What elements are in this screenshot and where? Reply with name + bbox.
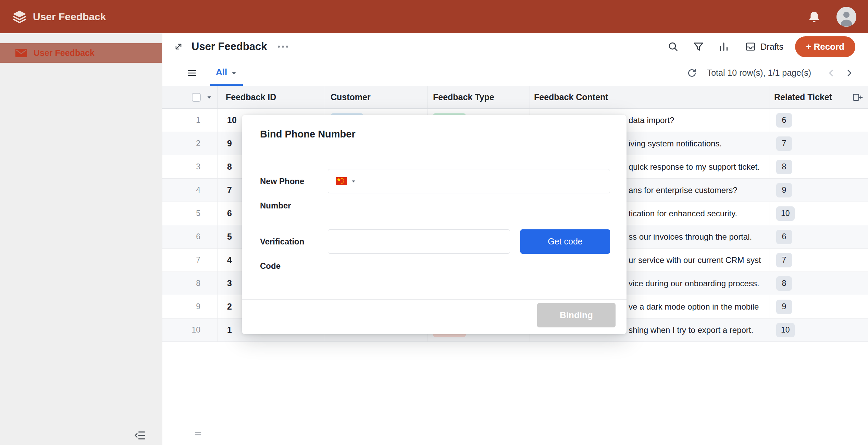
get-code-button[interactable]: Get code <box>520 229 610 254</box>
phone-input[interactable]: ★ ★★ ★★ <box>328 169 610 193</box>
row-count-summary: Total 10 row(s), 1/1 page(s) <box>707 68 811 78</box>
cell-related-ticket[interactable]: 6 <box>769 225 868 248</box>
china-flag-icon: ★ ★★ ★★ <box>336 177 347 185</box>
cell-related-ticket[interactable]: 8 <box>769 155 868 178</box>
app-logo-icon <box>12 9 27 25</box>
chevron-left-icon[interactable] <box>826 68 836 78</box>
verification-code-input[interactable] <box>328 229 510 254</box>
filter-icon[interactable] <box>693 41 704 52</box>
add-field-icon[interactable] <box>852 92 863 103</box>
related-ticket-chip: 8 <box>776 276 792 291</box>
cell-related-ticket[interactable]: 7 <box>769 132 868 155</box>
views-list-icon[interactable] <box>186 68 197 79</box>
related-ticket-chip: 7 <box>776 136 792 151</box>
app-title: User Feedback <box>33 11 106 23</box>
modal-title: Bind Phone Number <box>260 129 356 140</box>
cell-related-ticket[interactable]: 6 <box>769 109 868 132</box>
related-ticket-chip: 9 <box>776 183 792 197</box>
sidebar-item-user-feedback[interactable]: User Feedback <box>0 43 162 63</box>
column-header-feedback-content[interactable]: Feedback Content <box>530 86 769 108</box>
collapse-sidebar-icon[interactable] <box>134 430 146 441</box>
drafts-button[interactable]: Drafts <box>745 41 783 52</box>
row-number[interactable]: 3 <box>162 155 218 178</box>
new-phone-label: New Phone Number <box>260 169 327 218</box>
select-all-header <box>162 86 218 108</box>
row-number[interactable]: 4 <box>162 179 218 202</box>
view-bar: All Total 10 row(s), 1/1 page(s) <box>162 60 868 86</box>
chevron-right-icon[interactable] <box>844 68 854 78</box>
row-number[interactable]: 2 <box>162 132 218 155</box>
row-number[interactable]: 7 <box>162 249 218 272</box>
row-number[interactable]: 9 <box>162 295 218 318</box>
bind-phone-modal: Bind Phone Number New Phone Number ★ ★★ … <box>242 115 627 334</box>
country-selector[interactable]: ★ ★★ ★★ <box>336 177 356 185</box>
user-avatar[interactable] <box>836 7 856 27</box>
chevron-down-icon[interactable] <box>206 94 212 100</box>
table-header: Feedback ID Customer Feedback Type Feedb… <box>162 86 868 109</box>
phone-number-input[interactable] <box>361 169 610 193</box>
tab-all-label: All <box>216 67 227 77</box>
caret-down-icon <box>351 179 356 184</box>
cell-related-ticket[interactable]: 9 <box>769 179 868 202</box>
verification-code-label: Verification Code <box>260 229 327 278</box>
search-icon[interactable] <box>667 41 679 52</box>
row-number[interactable]: 6 <box>162 225 218 248</box>
row-number[interactable]: 1 <box>162 109 218 132</box>
chevron-down-icon <box>231 70 237 76</box>
column-header-customer[interactable]: Customer <box>325 86 427 108</box>
sidebar: User Feedback <box>0 33 162 445</box>
column-header-feedback-type[interactable]: Feedback Type <box>427 86 530 108</box>
avatar-person-icon <box>836 7 856 27</box>
related-ticket-chip: 6 <box>776 230 792 244</box>
more-icon[interactable] <box>276 42 290 51</box>
notifications-bell-icon[interactable] <box>808 10 821 23</box>
cell-related-ticket[interactable]: 8 <box>769 272 868 295</box>
cell-related-ticket[interactable]: 10 <box>769 202 868 225</box>
sidebar-item-label: User Feedback <box>34 48 95 58</box>
drafts-label: Drafts <box>760 42 783 52</box>
cell-related-ticket[interactable]: 10 <box>769 318 868 341</box>
modal-footer-divider <box>242 299 627 300</box>
binding-submit-button[interactable]: Binding <box>537 303 616 327</box>
column-header-feedback-id[interactable]: Feedback ID <box>218 86 325 108</box>
related-ticket-chip: 10 <box>776 323 795 337</box>
page-title: User Feedback <box>191 40 267 53</box>
row-number[interactable]: 5 <box>162 202 218 225</box>
related-ticket-chip: 9 <box>776 300 792 314</box>
toolbar: User Feedback Drafts + Record <box>162 33 868 60</box>
related-ticket-chip: 10 <box>776 206 795 221</box>
mail-icon <box>15 48 27 58</box>
cell-related-ticket[interactable]: 9 <box>769 295 868 318</box>
chart-icon[interactable] <box>718 41 730 52</box>
topbar: User Feedback <box>0 0 868 33</box>
select-all-checkbox[interactable] <box>192 93 201 102</box>
row-number[interactable]: 10 <box>162 318 218 341</box>
refresh-icon[interactable] <box>686 68 697 79</box>
drafts-icon <box>745 41 756 52</box>
related-ticket-chip: 8 <box>776 160 792 174</box>
cell-related-ticket[interactable]: 7 <box>769 249 868 272</box>
related-ticket-chip: 7 <box>776 253 792 267</box>
expand-icon[interactable] <box>173 41 184 52</box>
related-ticket-chip: 6 <box>776 113 792 128</box>
row-number[interactable]: 8 <box>162 272 218 295</box>
tab-all[interactable]: All <box>210 60 243 86</box>
table-footer-icon[interactable] <box>194 431 202 436</box>
add-record-button[interactable]: + Record <box>795 36 855 57</box>
